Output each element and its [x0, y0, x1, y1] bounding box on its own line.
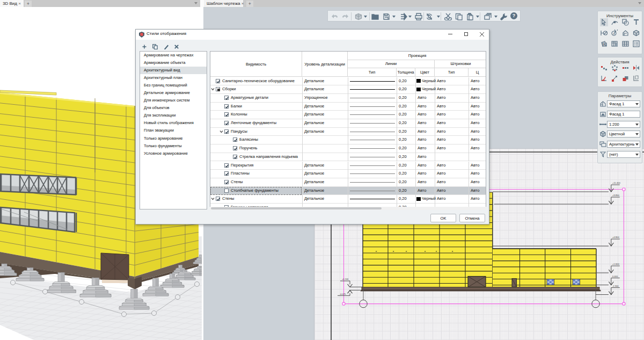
- svg-text:0.000: 0.000: [612, 275, 618, 278]
- svg-text:-0.075: -0.075: [340, 293, 346, 295]
- svg-text:+1.600: +1.600: [612, 263, 620, 265]
- svg-text:+0.100: +0.100: [342, 278, 349, 280]
- svg-text:A1: A1: [603, 43, 606, 46]
- svg-text:A: A: [613, 32, 615, 35]
- svg-text:+11.400: +11.400: [612, 182, 621, 184]
- svg-text:+4.800: +4.800: [612, 236, 620, 238]
- svg-text:-2.300: -2.300: [612, 285, 619, 287]
- svg-text:+9.850: +9.850: [612, 194, 620, 197]
